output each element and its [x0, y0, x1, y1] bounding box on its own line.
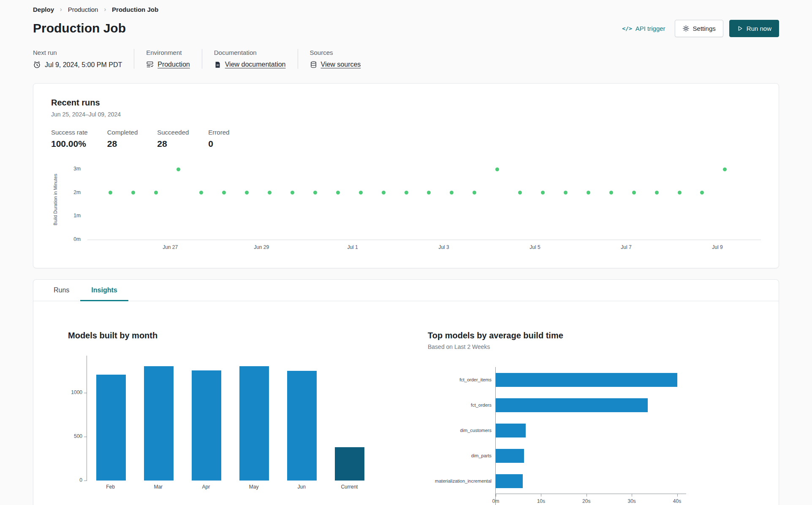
run-dot[interactable]	[359, 191, 363, 194]
stat-value: 28	[107, 139, 138, 149]
run-dot[interactable]	[382, 191, 386, 194]
run-dot[interactable]	[700, 191, 704, 194]
x-tick-label: Jun 29	[254, 244, 269, 250]
run-dot[interactable]	[199, 191, 203, 194]
run-dot[interactable]	[222, 191, 226, 194]
tab-runs[interactable]: Runs	[43, 280, 80, 301]
run-dot[interactable]	[336, 191, 340, 194]
run-dot[interactable]	[678, 191, 682, 194]
next-run-block: Next run Jul 9, 2024, 5:00 PM PDT	[33, 49, 122, 69]
x-axis-ticks: Jun 27Jun 29Jul 1Jul 3Jul 5Jul 7Jul 9	[87, 244, 761, 254]
run-dot[interactable]	[291, 191, 294, 194]
environment-block: Environment Production	[146, 49, 190, 69]
bar-jun	[287, 371, 317, 481]
job-detail-card: Runs Insights Models built by month 0500…	[33, 279, 779, 505]
bar-feb	[96, 375, 126, 481]
settings-button[interactable]: Settings	[675, 20, 723, 37]
category-label: Feb	[106, 484, 115, 490]
x-tick-label: Jul 5	[530, 244, 540, 250]
run-dot[interactable]	[450, 191, 454, 194]
run-dot[interactable]	[177, 167, 180, 171]
divider	[134, 49, 134, 69]
y-tick-mark	[84, 393, 87, 393]
bar-current	[335, 447, 364, 481]
x-tick-label: Jul 7	[621, 244, 631, 250]
view-documentation-link[interactable]: View documentation	[225, 61, 286, 68]
run-dot[interactable]	[109, 191, 112, 194]
run-dot[interactable]	[655, 191, 659, 194]
run-dot[interactable]	[632, 191, 636, 194]
x-tick-mark	[632, 494, 632, 497]
divider	[202, 49, 202, 69]
hbar-chart: fct_order_itemsfct_ordersdim_customersdi…	[428, 367, 686, 505]
plot-column: FebMarAprMayJunCurrent	[87, 356, 374, 495]
run-dot[interactable]	[245, 191, 249, 194]
x-axis: 0m10s20s30s40s	[496, 494, 686, 505]
run-dot[interactable]	[154, 191, 158, 194]
run-now-button[interactable]: Run now	[729, 20, 779, 37]
bar-fct_orders	[496, 398, 648, 412]
y-tick-label: 3m	[73, 166, 81, 172]
y-axis-label: Build Duration in Minutes	[53, 159, 58, 240]
tab-insights[interactable]: Insights	[80, 280, 128, 301]
x-tick-label: Jul 1	[347, 244, 358, 250]
documentation-block: Documentation View documentation	[214, 49, 286, 69]
breadcrumb-deploy[interactable]: Deploy	[33, 6, 54, 13]
model-label: materialization_incremental	[428, 468, 495, 494]
chart-subtitle: Based on Last 2 Weeks	[428, 343, 686, 350]
sources-label: Sources	[310, 49, 361, 56]
run-dot[interactable]	[313, 191, 317, 194]
play-icon	[737, 25, 743, 32]
view-sources-link[interactable]: View sources	[321, 61, 361, 68]
run-dot[interactable]	[723, 167, 727, 171]
x-tick-mark	[496, 494, 496, 497]
model-label: fct_order_items	[428, 367, 495, 392]
y-axis-ticks: 05001000	[68, 356, 87, 481]
y-tick-label: 500	[74, 433, 82, 439]
api-trigger-link[interactable]: </> API trigger	[622, 25, 665, 32]
tab-bar: Runs Insights	[33, 280, 779, 301]
documentation-label: Documentation	[214, 49, 286, 56]
run-dot[interactable]	[518, 191, 522, 194]
divider	[298, 49, 298, 69]
settings-label: Settings	[693, 25, 716, 32]
x-tick-mark	[587, 494, 587, 497]
bar-dim_customers	[496, 424, 526, 437]
run-dot[interactable]	[541, 191, 545, 194]
breadcrumb: Deploy › Production › Production Job	[33, 5, 779, 14]
breadcrumb-production[interactable]: Production	[68, 6, 98, 13]
run-dot[interactable]	[473, 191, 476, 194]
environment-icon	[146, 61, 154, 68]
x-tick-mark	[541, 494, 541, 497]
environment-label: Environment	[146, 49, 190, 56]
stat-value: 28	[157, 139, 189, 149]
environment-link[interactable]: Production	[158, 61, 190, 68]
recent-runs-title: Recent runs	[51, 98, 761, 108]
x-tick-label: Jul 3	[438, 244, 449, 250]
run-dot[interactable]	[268, 191, 272, 194]
y-tick-mark	[84, 481, 87, 481]
hbar-plot-area: 0m10s20s30s40s	[495, 367, 686, 505]
bar-mar	[144, 366, 174, 481]
insights-content: Models built by month 05001000 FebMarApr…	[33, 301, 779, 505]
bar-chart: 05001000 FebMarAprMayJunCurrent	[68, 356, 374, 495]
run-dot[interactable]	[495, 167, 499, 171]
run-dot[interactable]	[609, 191, 613, 194]
model-label: dim_parts	[428, 443, 495, 468]
stat-label: Succeeded	[157, 129, 189, 136]
x-tick-label: 40s	[673, 498, 681, 504]
bar-row	[496, 418, 686, 443]
bar-plot-area	[87, 356, 374, 481]
job-meta-row: Next run Jul 9, 2024, 5:00 PM PDT Enviro…	[33, 49, 779, 69]
hbar-rows	[496, 367, 686, 494]
y-tick-label: 0m	[73, 236, 81, 242]
sources-block: Sources View sources	[310, 49, 361, 69]
y-tick-label: 0	[79, 477, 82, 483]
run-dot[interactable]	[564, 191, 568, 194]
model-label: dim_customers	[428, 418, 495, 443]
run-dot[interactable]	[405, 191, 408, 194]
run-dot[interactable]	[427, 191, 431, 194]
run-dot[interactable]	[131, 191, 135, 194]
run-dot[interactable]	[587, 191, 590, 194]
category-label: Jun	[298, 484, 306, 490]
